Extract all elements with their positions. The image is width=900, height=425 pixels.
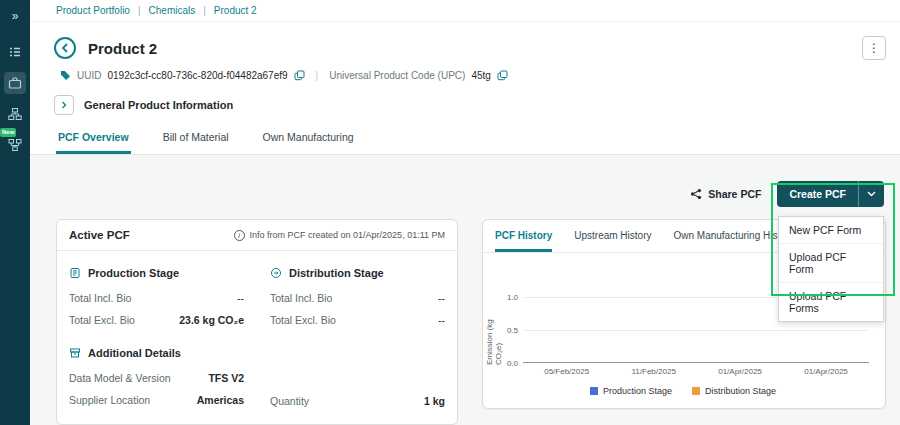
content-area: Share PCF Create PCF Active PCF i Info f…	[30, 155, 900, 425]
copy-uuid-icon[interactable]	[294, 70, 305, 81]
tab-own-manufacturing-history[interactable]: Own Manufacturing History	[673, 220, 794, 252]
production-stage-section: Production Stage Total Incl. Bio -- Tota…	[69, 261, 244, 331]
distribution-stage-title: Distribution Stage	[289, 267, 384, 279]
row-label: Quantity	[270, 395, 309, 407]
general-info-expand-button[interactable]	[54, 95, 74, 115]
tab-bill-of-material[interactable]: Bill of Material	[161, 127, 231, 154]
breadcrumb-chemicals[interactable]: Chemicals	[149, 5, 196, 16]
production-total-incl-bio-row: Total Incl. Bio --	[69, 287, 244, 309]
breadcrumb-separator: |	[138, 5, 141, 16]
x-tick: 11/Feb/2025	[632, 367, 676, 376]
y-tick: 0.0	[507, 359, 518, 368]
share-icon	[690, 188, 702, 200]
legend-distribution-stage[interactable]: Distribution Stage	[692, 386, 776, 396]
create-pcf-label: Create PCF	[777, 181, 858, 207]
menu-item-upload-pcf-form[interactable]: Upload PCF Form	[779, 244, 883, 283]
production-total-excl-bio-row: Total Excl. Bio 23.6 kg CO₂e	[69, 309, 244, 331]
product-portfolio-icon[interactable]	[4, 72, 26, 94]
additional-details-icon	[69, 347, 81, 359]
breadcrumb-separator: |	[203, 5, 206, 16]
cards-row: Active PCF i Info from PCF created on 01…	[30, 219, 900, 425]
supplier-location-row: Supplier Location Americas	[69, 389, 244, 411]
sidebar: » New	[0, 0, 30, 425]
sidebar-expand-icon[interactable]: »	[4, 5, 26, 27]
product-tabs: PCF Overview Bill of Material Own Manufa…	[30, 115, 900, 155]
hierarchy-icon[interactable]	[4, 103, 26, 125]
production-stage-title: Production Stage	[88, 267, 179, 279]
row-value: 23.6 kg CO₂e	[179, 314, 244, 326]
page-title: Product 2	[88, 40, 157, 57]
create-pcf-button[interactable]: Create PCF	[777, 181, 884, 207]
tab-pcf-history[interactable]: PCF History	[495, 220, 552, 252]
breadcrumb-product-portfolio[interactable]: Product Portfolio	[56, 5, 130, 16]
x-tick: 01/Apr/2025	[804, 367, 848, 376]
menu-item-new-pcf-form[interactable]: New PCF Form	[779, 217, 883, 244]
general-info-label: General Product Information	[84, 99, 233, 111]
main-area: Product Portfolio | Chemicals | Product …	[30, 0, 900, 425]
chart-legend: Production Stage Distribution Stage	[497, 376, 869, 408]
legend-production-stage[interactable]: Production Stage	[590, 386, 672, 396]
row-value: Americas	[197, 394, 244, 406]
chart-y-axis-label: Emission (kg CO₂e)	[485, 295, 503, 365]
share-pcf-label: Share PCF	[708, 188, 761, 200]
pcf-info-note: i Info from PCF created on 01/Apr/2025, …	[234, 230, 445, 241]
row-label: Data Model & Version	[69, 372, 171, 384]
upc-value: 45tg	[471, 70, 490, 81]
data-model-version-row: Data Model & Version TFS V2	[69, 367, 244, 389]
tag-icon	[60, 70, 71, 81]
chart-x-labels: 05/Feb/2025 11/Feb/2025 01/Apr/2025 01/A…	[523, 363, 869, 376]
menu-item-upload-pcf-forms[interactable]: Upload PCF Forms	[779, 283, 883, 321]
row-value: --	[237, 292, 244, 304]
upc-label: Universal Product Code (UPC)	[329, 70, 465, 81]
row-label: Total Incl. Bio	[69, 292, 131, 304]
legend-label: Production Stage	[603, 386, 672, 396]
distribution-legend-swatch	[692, 387, 700, 395]
chevron-down-icon	[858, 181, 884, 207]
row-value: --	[438, 292, 445, 304]
page-header: Product 2 ⋮	[30, 22, 900, 60]
chart-x-axis	[523, 362, 869, 363]
production-stage-icon	[69, 267, 81, 279]
quantity-row: Quantity 1 kg	[270, 390, 445, 412]
general-product-information-section: General Product Information	[30, 81, 900, 115]
active-pcf-title: Active PCF	[69, 229, 130, 241]
distribution-total-excl-bio-row: Total Excl. Bio --	[270, 309, 445, 331]
copy-upc-icon[interactable]	[497, 70, 508, 81]
uuid-label: UUID	[77, 70, 101, 81]
new-feature-badge: New	[0, 128, 16, 137]
x-tick: 01/Apr/2025	[718, 367, 762, 376]
pcf-info-text: Info from PCF created on 01/Apr/2025, 01…	[250, 230, 445, 240]
production-legend-swatch	[590, 387, 598, 395]
info-icon: i	[234, 230, 245, 241]
tab-upstream-history[interactable]: Upstream History	[574, 220, 651, 252]
kebab-menu-button[interactable]: ⋮	[862, 36, 886, 60]
back-button[interactable]	[54, 37, 76, 59]
active-pcf-card: Active PCF i Info from PCF created on 01…	[56, 219, 458, 425]
identifier-separator: |	[316, 70, 319, 81]
row-label: Total Excl. Bio	[270, 314, 336, 326]
tab-own-manufacturing[interactable]: Own Manufacturing	[261, 127, 356, 154]
y-tick: 1.0	[507, 293, 518, 302]
distribution-stage-section: Distribution Stage Total Incl. Bio -- To…	[270, 261, 445, 331]
row-value: 1 kg	[424, 395, 445, 407]
create-pcf-dropdown-menu: New PCF Form Upload PCF Form Upload PCF …	[778, 216, 884, 322]
tab-pcf-overview[interactable]: PCF Overview	[56, 127, 131, 154]
legend-label: Distribution Stage	[705, 386, 776, 396]
breadcrumb: Product Portfolio | Chemicals | Product …	[30, 0, 900, 22]
breadcrumb-product-2[interactable]: Product 2	[214, 5, 257, 16]
actions-row: Share PCF Create PCF	[30, 155, 900, 219]
row-value: TFS V2	[208, 372, 244, 384]
additional-details-section: Additional Details Data Model & Version …	[69, 341, 445, 412]
workflow-icon[interactable]: New	[4, 134, 26, 156]
additional-details-title: Additional Details	[88, 347, 181, 359]
uuid-value: 0192c3cf-cc80-736c-820d-f04482a67ef9	[107, 70, 287, 81]
row-label: Total Incl. Bio	[270, 292, 332, 304]
checklist-icon[interactable]	[4, 41, 26, 63]
row-label: Total Excl. Bio	[69, 314, 135, 326]
chevron-left-icon	[61, 43, 69, 53]
y-tick: 0.5	[507, 326, 518, 335]
distribution-stage-icon	[270, 267, 282, 279]
identifier-row: UUID 0192c3cf-cc80-736c-820d-f04482a67ef…	[30, 60, 900, 81]
share-pcf-button[interactable]: Share PCF	[690, 188, 761, 200]
row-value: --	[438, 314, 445, 326]
